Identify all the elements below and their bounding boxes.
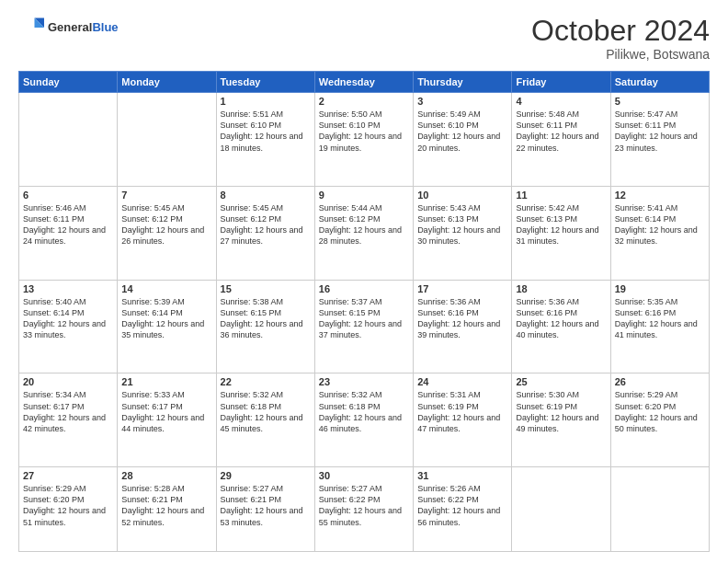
cell-content: Sunrise: 5:49 AM Sunset: 6:10 PM Dayligh… <box>417 109 507 154</box>
calendar-cell: 12Sunrise: 5:41 AM Sunset: 6:14 PM Dayli… <box>610 186 709 280</box>
calendar-cell: 3Sunrise: 5:49 AM Sunset: 6:10 PM Daylig… <box>414 93 512 187</box>
day-number: 12 <box>615 190 705 201</box>
calendar-cell: 27Sunrise: 5:29 AM Sunset: 6:20 PM Dayli… <box>19 467 118 552</box>
calendar-cell: 13Sunrise: 5:40 AM Sunset: 6:14 PM Dayli… <box>19 280 118 373</box>
day-number: 26 <box>615 376 705 387</box>
cell-content: Sunrise: 5:36 AM Sunset: 6:16 PM Dayligh… <box>417 296 507 341</box>
calendar-header-row: SundayMondayTuesdayWednesdayThursdayFrid… <box>19 72 710 93</box>
calendar-cell: 24Sunrise: 5:31 AM Sunset: 6:19 PM Dayli… <box>414 373 512 467</box>
day-number: 25 <box>516 376 606 387</box>
logo: GeneralBlue <box>18 15 119 40</box>
day-number: 9 <box>319 190 409 201</box>
day-number: 30 <box>319 470 409 481</box>
day-header-saturday: Saturday <box>610 72 709 93</box>
day-header-friday: Friday <box>512 72 610 93</box>
cell-content: Sunrise: 5:51 AM Sunset: 6:10 PM Dayligh… <box>221 109 311 154</box>
cell-content: Sunrise: 5:28 AM Sunset: 6:21 PM Dayligh… <box>121 483 211 528</box>
cell-content: Sunrise: 5:37 AM Sunset: 6:15 PM Dayligh… <box>319 296 409 341</box>
month-title: October 2024 <box>531 15 710 47</box>
calendar-week-3: 20Sunrise: 5:34 AM Sunset: 6:17 PM Dayli… <box>19 373 710 467</box>
day-header-wednesday: Wednesday <box>314 72 413 93</box>
day-number: 6 <box>23 190 113 201</box>
calendar-table: SundayMondayTuesdayWednesdayThursdayFrid… <box>18 71 710 552</box>
day-number: 15 <box>221 283 311 294</box>
logo-icon <box>18 15 44 40</box>
calendar-week-0: 1Sunrise: 5:51 AM Sunset: 6:10 PM Daylig… <box>19 93 710 187</box>
calendar-cell: 5Sunrise: 5:47 AM Sunset: 6:11 PM Daylig… <box>610 93 709 187</box>
cell-content: Sunrise: 5:29 AM Sunset: 6:20 PM Dayligh… <box>615 389 705 434</box>
calendar-cell: 6Sunrise: 5:46 AM Sunset: 6:11 PM Daylig… <box>19 186 118 280</box>
cell-content: Sunrise: 5:45 AM Sunset: 6:12 PM Dayligh… <box>121 202 211 247</box>
calendar-cell: 25Sunrise: 5:30 AM Sunset: 6:19 PM Dayli… <box>512 373 610 467</box>
cell-content: Sunrise: 5:46 AM Sunset: 6:11 PM Dayligh… <box>23 202 113 247</box>
calendar-cell <box>19 93 118 187</box>
cell-content: Sunrise: 5:29 AM Sunset: 6:20 PM Dayligh… <box>23 483 113 528</box>
day-number: 3 <box>417 96 507 107</box>
calendar-cell: 11Sunrise: 5:42 AM Sunset: 6:13 PM Dayli… <box>512 186 610 280</box>
day-number: 17 <box>417 283 507 294</box>
calendar-cell: 1Sunrise: 5:51 AM Sunset: 6:10 PM Daylig… <box>216 93 314 187</box>
calendar-cell: 28Sunrise: 5:28 AM Sunset: 6:21 PM Dayli… <box>118 467 216 552</box>
cell-content: Sunrise: 5:44 AM Sunset: 6:12 PM Dayligh… <box>319 202 409 247</box>
cell-content: Sunrise: 5:42 AM Sunset: 6:13 PM Dayligh… <box>516 202 606 247</box>
calendar-cell: 2Sunrise: 5:50 AM Sunset: 6:10 PM Daylig… <box>314 93 413 187</box>
cell-content: Sunrise: 5:41 AM Sunset: 6:14 PM Dayligh… <box>615 202 705 247</box>
day-number: 16 <box>319 283 409 294</box>
calendar-cell: 29Sunrise: 5:27 AM Sunset: 6:21 PM Dayli… <box>216 467 314 552</box>
cell-content: Sunrise: 5:26 AM Sunset: 6:22 PM Dayligh… <box>417 483 507 528</box>
day-number: 5 <box>615 96 705 107</box>
cell-content: Sunrise: 5:35 AM Sunset: 6:16 PM Dayligh… <box>615 296 705 341</box>
day-number: 1 <box>221 96 311 107</box>
day-number: 11 <box>516 190 606 201</box>
calendar-cell: 21Sunrise: 5:33 AM Sunset: 6:17 PM Dayli… <box>118 373 216 467</box>
cell-content: Sunrise: 5:30 AM Sunset: 6:19 PM Dayligh… <box>516 389 606 434</box>
calendar-cell: 16Sunrise: 5:37 AM Sunset: 6:15 PM Dayli… <box>314 280 413 373</box>
calendar-cell: 31Sunrise: 5:26 AM Sunset: 6:22 PM Dayli… <box>414 467 512 552</box>
calendar-cell: 10Sunrise: 5:43 AM Sunset: 6:13 PM Dayli… <box>414 186 512 280</box>
day-number: 13 <box>23 283 113 294</box>
calendar-cell: 23Sunrise: 5:32 AM Sunset: 6:18 PM Dayli… <box>314 373 413 467</box>
logo-blue: Blue <box>92 20 118 34</box>
day-number: 24 <box>417 376 507 387</box>
calendar-week-2: 13Sunrise: 5:40 AM Sunset: 6:14 PM Dayli… <box>19 280 710 373</box>
day-number: 31 <box>417 470 507 481</box>
calendar-cell: 9Sunrise: 5:44 AM Sunset: 6:12 PM Daylig… <box>314 186 413 280</box>
day-number: 18 <box>516 283 606 294</box>
cell-content: Sunrise: 5:43 AM Sunset: 6:13 PM Dayligh… <box>417 202 507 247</box>
day-number: 23 <box>319 376 409 387</box>
cell-content: Sunrise: 5:36 AM Sunset: 6:16 PM Dayligh… <box>516 296 606 341</box>
calendar-week-4: 27Sunrise: 5:29 AM Sunset: 6:20 PM Dayli… <box>19 467 710 552</box>
calendar-cell: 26Sunrise: 5:29 AM Sunset: 6:20 PM Dayli… <box>610 373 709 467</box>
day-header-thursday: Thursday <box>414 72 512 93</box>
day-number: 7 <box>121 190 211 201</box>
calendar-cell <box>512 467 610 552</box>
day-number: 29 <box>221 470 311 481</box>
cell-content: Sunrise: 5:27 AM Sunset: 6:22 PM Dayligh… <box>319 483 409 528</box>
day-number: 21 <box>121 376 211 387</box>
calendar-week-1: 6Sunrise: 5:46 AM Sunset: 6:11 PM Daylig… <box>19 186 710 280</box>
cell-content: Sunrise: 5:34 AM Sunset: 6:17 PM Dayligh… <box>23 389 113 434</box>
day-number: 14 <box>121 283 211 294</box>
calendar-cell: 19Sunrise: 5:35 AM Sunset: 6:16 PM Dayli… <box>610 280 709 373</box>
calendar-cell <box>610 467 709 552</box>
calendar-cell: 18Sunrise: 5:36 AM Sunset: 6:16 PM Dayli… <box>512 280 610 373</box>
day-header-tuesday: Tuesday <box>216 72 314 93</box>
calendar-cell: 22Sunrise: 5:32 AM Sunset: 6:18 PM Dayli… <box>216 373 314 467</box>
calendar-cell: 14Sunrise: 5:39 AM Sunset: 6:14 PM Dayli… <box>118 280 216 373</box>
cell-content: Sunrise: 5:33 AM Sunset: 6:17 PM Dayligh… <box>121 389 211 434</box>
cell-content: Sunrise: 5:32 AM Sunset: 6:18 PM Dayligh… <box>221 389 311 434</box>
calendar-cell: 8Sunrise: 5:45 AM Sunset: 6:12 PM Daylig… <box>216 186 314 280</box>
day-number: 4 <box>516 96 606 107</box>
day-number: 2 <box>319 96 409 107</box>
cell-content: Sunrise: 5:45 AM Sunset: 6:12 PM Dayligh… <box>221 202 311 247</box>
cell-content: Sunrise: 5:48 AM Sunset: 6:11 PM Dayligh… <box>516 109 606 154</box>
day-number: 8 <box>221 190 311 201</box>
cell-content: Sunrise: 5:38 AM Sunset: 6:15 PM Dayligh… <box>221 296 311 341</box>
day-header-monday: Monday <box>118 72 216 93</box>
day-number: 27 <box>23 470 113 481</box>
page: GeneralBlue October 2024 Pilikwe, Botswa… <box>0 0 728 563</box>
calendar-cell: 17Sunrise: 5:36 AM Sunset: 6:16 PM Dayli… <box>414 280 512 373</box>
logo-general: General <box>48 20 92 34</box>
cell-content: Sunrise: 5:31 AM Sunset: 6:19 PM Dayligh… <box>417 389 507 434</box>
logo-text: GeneralBlue <box>48 20 119 35</box>
